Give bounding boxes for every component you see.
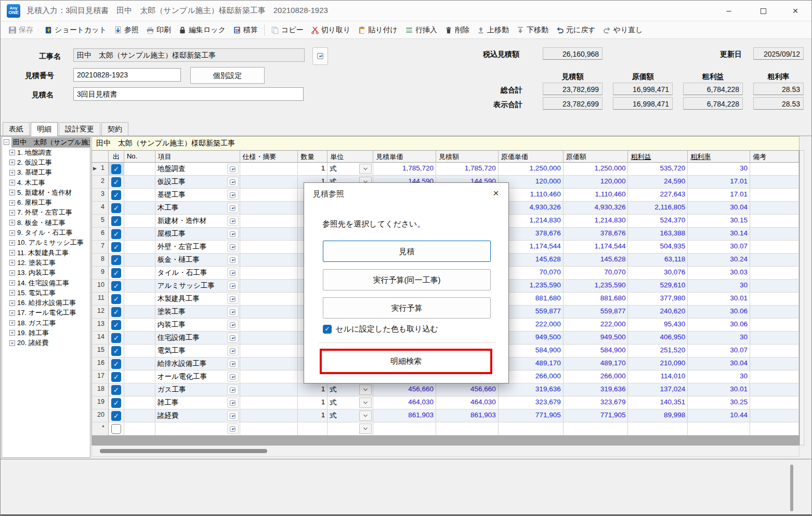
row-checkbox[interactable]: ✓: [111, 268, 121, 278]
grid-cell-pr[interactable]: 95,430: [628, 319, 688, 332]
grid-cell-ca[interactable]: 881,680: [564, 293, 628, 306]
grid-cell-chk[interactable]: ✓: [109, 202, 124, 215]
grid-cell-pr[interactable]: 227,643: [628, 189, 688, 202]
expand-icon[interactable]: +: [9, 240, 15, 246]
grid-cell-item[interactable]: アルミサッシ工事: [155, 280, 240, 293]
toolbar-lock-button[interactable]: 編集ロック: [175, 24, 229, 36]
grid-cell-ca[interactable]: 70,070: [564, 267, 628, 280]
grid-cell-chk[interactable]: ✓: [109, 189, 124, 202]
grid-cell-item[interactable]: 木工事: [155, 202, 240, 215]
grid-header-pr[interactable]: 粗利益: [628, 151, 688, 163]
row-checkbox[interactable]: ✓: [111, 242, 121, 252]
row-checkbox[interactable]: ✓: [111, 346, 121, 356]
grid-cell-ca[interactable]: 319,636: [564, 383, 628, 396]
toolbar-insert-button[interactable]: 行挿入: [401, 24, 441, 36]
grid-cell-item[interactable]: 住宅設備工事: [155, 332, 240, 345]
grid-cell-rt[interactable]: 30.01: [688, 293, 750, 306]
expand-icon[interactable]: +: [9, 310, 15, 316]
grid-cell-chk[interactable]: ✓: [109, 163, 124, 176]
grid-cell-ca[interactable]: 1,250,000: [564, 163, 628, 176]
memo-button[interactable]: [227, 190, 239, 200]
memo-button[interactable]: [227, 281, 239, 291]
grid-cell-note[interactable]: [750, 189, 799, 202]
grid-cell-chk[interactable]: ✓: [109, 358, 124, 371]
row-checkbox[interactable]: ✓: [111, 359, 121, 369]
grid-cell-no[interactable]: [124, 267, 155, 280]
grid-cell-chk[interactable]: ✓: [109, 383, 124, 396]
row-checkbox[interactable]: ✓: [111, 385, 121, 395]
grid-header-qty[interactable]: 数量: [298, 151, 328, 163]
toolbar-print-button[interactable]: 印刷: [142, 24, 175, 36]
grid-cell-ca[interactable]: 266,000: [564, 371, 628, 383]
memo-button[interactable]: [227, 216, 239, 226]
grid-cell-item[interactable]: 木製建具工事: [155, 293, 240, 306]
grid-cell-item[interactable]: 屋根工事: [155, 228, 240, 241]
row-checkbox[interactable]: ✓: [111, 294, 121, 304]
row-checkbox[interactable]: ✓: [111, 411, 121, 421]
grid-cell-item[interactable]: [155, 422, 240, 435]
grid-cell-spec[interactable]: [240, 293, 298, 306]
row-checkbox[interactable]: ✓: [111, 177, 121, 187]
expand-icon[interactable]: +: [9, 190, 15, 195]
grid-cell-no[interactable]: [124, 241, 155, 254]
project-jump-button[interactable]: [312, 47, 328, 65]
row-checkbox[interactable]: ✓: [111, 255, 121, 265]
toolbar-delete-button[interactable]: 削除: [441, 24, 473, 36]
grid-cell-chk[interactable]: ✓: [109, 215, 124, 228]
expand-icon[interactable]: +: [9, 180, 15, 186]
grid-cell-chk[interactable]: ✓: [109, 396, 124, 409]
grid-cell-note[interactable]: [750, 176, 799, 189]
grid-cell-pr[interactable]: 2,116,805: [628, 202, 688, 215]
tab-設計変更[interactable]: 設計変更: [59, 122, 100, 136]
grid-cell-spec[interactable]: [240, 409, 298, 422]
expand-icon[interactable]: +: [9, 150, 15, 155]
grid-cell-pr[interactable]: 529,610: [628, 280, 688, 293]
memo-button[interactable]: [227, 268, 239, 278]
grid-cell-pr[interactable]: 140,351: [628, 396, 688, 409]
memo-button[interactable]: [227, 398, 239, 408]
memo-button[interactable]: [227, 255, 239, 265]
grid-cell-spec[interactable]: [240, 202, 298, 215]
expand-icon[interactable]: +: [9, 220, 15, 226]
grid-cell-rt[interactable]: 30.15: [688, 215, 750, 228]
grid-cell-item[interactable]: 新建材・造作材: [155, 215, 240, 228]
grid-cell-ca[interactable]: 771,905: [564, 409, 628, 422]
tree-item[interactable]: +5. 新建材・造作材: [2, 188, 90, 197]
estimate-no-input[interactable]: 20210828-1923: [73, 68, 181, 82]
tree-item[interactable]: +13. 内装工事: [2, 268, 90, 278]
memo-button[interactable]: [227, 372, 239, 382]
grid-cell-note[interactable]: [750, 215, 799, 228]
grid-cell-pr[interactable]: 89,998: [628, 409, 688, 422]
grid-header-chk[interactable]: 出: [109, 151, 124, 163]
grid-cell-chk[interactable]: ✓: [109, 345, 124, 358]
grid-cell-ca[interactable]: 584,900: [564, 345, 628, 358]
row-checkbox[interactable]: ✓: [111, 398, 121, 408]
grid-cell-no[interactable]: [124, 189, 155, 202]
grid-cell-pr[interactable]: 137,024: [628, 383, 688, 396]
close-button[interactable]: ×: [783, 1, 807, 21]
grid-cell-qty[interactable]: 1: [298, 163, 328, 176]
grid-cell-chk[interactable]: ✓: [109, 293, 124, 306]
grid-cell-no[interactable]: [124, 332, 155, 345]
minimize-button[interactable]: –: [717, 1, 741, 21]
grid-cell-pr[interactable]: 30,076: [628, 267, 688, 280]
tree-root-node[interactable]: − 田中 太郎（サンプル施主）様邸新築工事: [2, 137, 90, 148]
tab-契約[interactable]: 契約: [101, 122, 128, 136]
grid-cell-no[interactable]: [124, 228, 155, 241]
grid-header-note[interactable]: 備考: [750, 151, 799, 163]
grid-cell-pr[interactable]: 240,620: [628, 306, 688, 319]
grid-cell-spec[interactable]: [240, 215, 298, 228]
estimate-name-input[interactable]: 3回目見積書: [73, 87, 304, 101]
grid-cell-ca[interactable]: 378,676: [564, 228, 628, 241]
tree-item[interactable]: +15. 電気工事: [2, 288, 90, 298]
grid-cell-chk[interactable]: ✓: [109, 306, 124, 319]
grid-cell-no[interactable]: [124, 215, 155, 228]
grid-cell-chk[interactable]: [109, 422, 124, 435]
expand-icon[interactable]: +: [9, 280, 15, 286]
grid-cell-no[interactable]: [124, 345, 155, 358]
memo-button[interactable]: [227, 307, 239, 317]
grid-cell-rt[interactable]: [688, 422, 750, 435]
grid-cell-note[interactable]: [750, 280, 799, 293]
grid-cell-pr[interactable]: 24,590: [628, 176, 688, 189]
row-checkbox[interactable]: ✓: [111, 307, 121, 317]
